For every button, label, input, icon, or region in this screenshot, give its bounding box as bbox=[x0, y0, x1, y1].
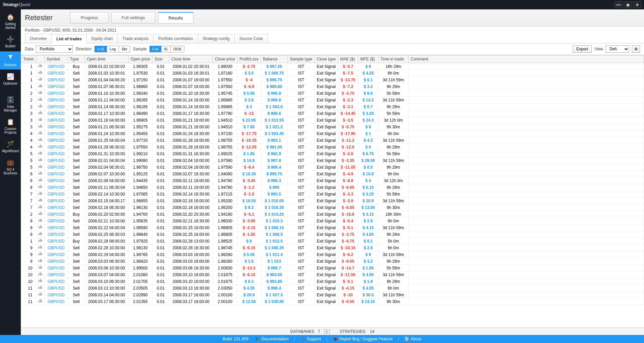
candlestick-icon[interactable] bbox=[38, 178, 42, 182]
table-row[interactable]: 4GBPUSDSell2008.01.24 10:30:001.954550.0… bbox=[21, 130, 644, 137]
candlestick-icon[interactable] bbox=[38, 124, 42, 128]
sidebar-item-optimizer[interactable]: 📈Optimizer bbox=[0, 70, 21, 88]
chart-cell[interactable] bbox=[36, 177, 44, 184]
table-row[interactable]: 4GBPUSDSell2008.01.25 04:00:041.977200.0… bbox=[21, 137, 644, 144]
chart-cell[interactable] bbox=[36, 198, 44, 204]
sample-btn-is[interactable]: IS bbox=[162, 46, 171, 52]
chart-cell[interactable] bbox=[36, 144, 44, 151]
table-row[interactable]: 10GBPUSDSell2008.03.07 04:00:002.010600.… bbox=[21, 271, 644, 278]
chart-cell[interactable] bbox=[36, 124, 44, 130]
table-row[interactable]: 8GBPUSDSell2008.02.25 06:30:031.966400.0… bbox=[21, 231, 644, 238]
candlestick-icon[interactable] bbox=[38, 286, 42, 290]
chart-cell[interactable] bbox=[36, 204, 44, 211]
sidebar-item-getting-started[interactable]: 🏠Getting started bbox=[0, 11, 21, 32]
column-header[interactable]: MAE ($) bbox=[338, 55, 358, 63]
sidebar-item-sq-4-business[interactable]: 💼SQ 4 Business bbox=[0, 156, 21, 178]
tab-results[interactable]: Results bbox=[158, 12, 193, 24]
chart-cell[interactable] bbox=[36, 285, 44, 292]
chart-cell[interactable] bbox=[36, 103, 44, 110]
candlestick-icon[interactable] bbox=[38, 239, 42, 243]
column-header[interactable]: Type bbox=[68, 55, 85, 63]
subtab-source-code[interactable]: Source Code bbox=[234, 34, 268, 43]
column-header[interactable]: Balance bbox=[261, 55, 288, 63]
chart-cell[interactable] bbox=[36, 97, 44, 103]
column-header[interactable]: Open time bbox=[85, 55, 128, 63]
table-row[interactable]: 2GBPUSDSell2008.01.14 06:30:001.961850.0… bbox=[21, 103, 644, 110]
candlestick-icon[interactable] bbox=[38, 205, 42, 209]
candlestick-icon[interactable] bbox=[38, 71, 42, 75]
candlestick-icon[interactable] bbox=[38, 84, 42, 88]
candlestick-icon[interactable] bbox=[38, 245, 42, 249]
chart-cell[interactable] bbox=[36, 70, 44, 77]
chart-cell[interactable] bbox=[36, 63, 44, 70]
chart-cell[interactable] bbox=[36, 292, 44, 298]
candlestick-icon[interactable] bbox=[38, 91, 42, 95]
candlestick-icon[interactable] bbox=[38, 131, 42, 135]
column-header[interactable]: Profit/Loss bbox=[237, 55, 261, 63]
column-header[interactable]: Open price bbox=[128, 55, 152, 63]
table-row[interactable]: 9GBPUSDSell2008.02.29 04:00:001.987650.0… bbox=[21, 251, 644, 258]
table-row[interactable]: 3GBPUSDSell2008.01.17 10:30:001.964900.0… bbox=[21, 110, 644, 117]
candlestick-icon[interactable] bbox=[38, 218, 42, 222]
chart-cell[interactable] bbox=[36, 117, 44, 124]
sidebar-item-data-manager[interactable]: 🗄️Data Manager bbox=[0, 93, 21, 115]
column-header[interactable]: Comment bbox=[409, 55, 644, 63]
candlestick-icon[interactable] bbox=[38, 259, 42, 263]
footer-link-documentation[interactable]: 📘 Documentation bbox=[255, 337, 289, 341]
candlestick-icon[interactable] bbox=[38, 292, 42, 296]
databanks-status[interactable]: DATABANKS 7 ∧ bbox=[290, 329, 330, 334]
footer-link-support[interactable]: ❓ Support bbox=[301, 337, 321, 341]
chart-cell[interactable] bbox=[36, 251, 44, 258]
table-row[interactable]: 5GBPUSDSell2008.02.01 04:00:041.990800.0… bbox=[21, 157, 644, 164]
column-header[interactable]: Time in trade bbox=[378, 55, 409, 63]
table-row[interactable]: 1GBPUSDSell2008.01.03 10:30:011.975300.0… bbox=[21, 70, 644, 77]
table-row[interactable]: 3GBPUSDSell2008.01.21 06:30:001.952750.0… bbox=[21, 124, 644, 130]
table-row[interactable]: 11GBPUSDSell2008.03.17 06:30:002.013550.… bbox=[21, 298, 644, 305]
chart-cell[interactable] bbox=[36, 130, 44, 137]
table-row[interactable]: 8GBPUSDSell2008.02.21 10:30:001.956350.0… bbox=[21, 218, 644, 224]
chart-cell[interactable] bbox=[36, 218, 44, 224]
chart-cell[interactable] bbox=[36, 271, 44, 278]
table-row[interactable]: 5GBPUSDSell2008.01.31 10:30:001.992100.0… bbox=[21, 151, 644, 157]
candlestick-icon[interactable] bbox=[38, 272, 42, 276]
subtab-equity-chart[interactable]: Equity chart bbox=[86, 34, 118, 43]
chart-cell[interactable] bbox=[36, 90, 44, 97]
table-row[interactable]: 11GBPUSDSell2008.03.14 04:00:002.029900.… bbox=[21, 292, 644, 298]
column-header[interactable]: Sample type bbox=[288, 55, 315, 63]
column-header[interactable]: Symbol bbox=[44, 55, 68, 63]
table-row[interactable]: 5GBPUSDSell2008.02.04 06:30:011.967500.0… bbox=[21, 164, 644, 171]
candlestick-icon[interactable] bbox=[38, 212, 42, 216]
candlestick-icon[interactable] bbox=[38, 151, 42, 155]
sidebar-item-builder[interactable]: ➕Builder bbox=[0, 33, 21, 51]
tab-full-settings[interactable]: Full settings bbox=[111, 12, 155, 24]
direction-btn-l+s[interactable]: L+S bbox=[95, 46, 107, 52]
table-row[interactable]: 2GBPUSDSell2008.01.11 04:00:001.962650.0… bbox=[21, 97, 644, 103]
table-row[interactable]: 7GBPUSDSell2008.02.15 04:00:171.968550.0… bbox=[21, 198, 644, 204]
table-row[interactable]: 6GBPUSDSell2008.02.11 06:30:041.946500.0… bbox=[21, 184, 644, 191]
chart-cell[interactable] bbox=[36, 211, 44, 218]
column-header[interactable]: Close price bbox=[213, 55, 237, 63]
candlestick-icon[interactable] bbox=[38, 97, 42, 101]
chart-cell[interactable] bbox=[36, 191, 44, 198]
candlestick-icon[interactable] bbox=[38, 111, 42, 115]
column-header[interactable] bbox=[36, 55, 44, 63]
chart-cell[interactable] bbox=[36, 231, 44, 238]
subtab-portfolio-correlation[interactable]: Portfolio correlation bbox=[153, 34, 198, 43]
table-row[interactable]: 2GBPUSDSell2008.01.10 10:30:001.963400.0… bbox=[21, 90, 644, 97]
data-select[interactable]: Portfolio bbox=[36, 45, 73, 53]
table-row[interactable]: 1GBPUSDBuy2008.02.28 08:00:001.979250.01… bbox=[21, 238, 644, 245]
subtab-list-of-trades[interactable]: List of trades bbox=[51, 34, 87, 43]
candlestick-icon[interactable] bbox=[38, 165, 42, 169]
column-header[interactable]: MFE ($) bbox=[358, 55, 378, 63]
chart-cell[interactable] bbox=[36, 238, 44, 245]
table-row[interactable]: 9GBPUSDSell2008.02.28 10:30:001.981300.0… bbox=[21, 245, 644, 251]
code-icon[interactable]: </> bbox=[614, 1, 623, 8]
subtab-strategy-config[interactable]: Strategy config bbox=[198, 34, 235, 43]
chart-cell[interactable] bbox=[36, 298, 44, 305]
candlestick-icon[interactable] bbox=[38, 118, 42, 122]
chart-cell[interactable] bbox=[36, 110, 44, 117]
candlestick-icon[interactable] bbox=[38, 158, 42, 162]
sidebar-item-custom-projects[interactable]: 📋Custom Projects bbox=[0, 116, 21, 137]
chart-cell[interactable] bbox=[36, 245, 44, 251]
chart-cell[interactable] bbox=[36, 83, 44, 90]
